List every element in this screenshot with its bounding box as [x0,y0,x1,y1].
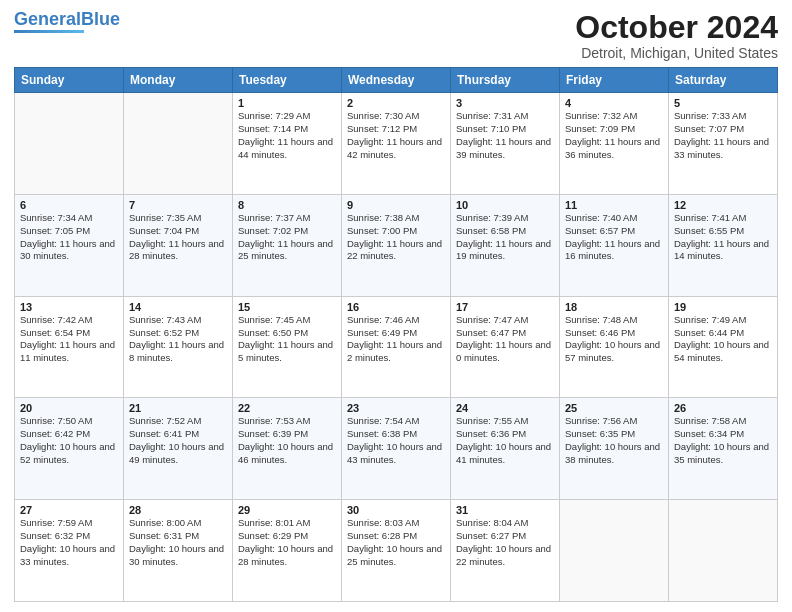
day-number: 20 [20,402,118,414]
day-number: 31 [456,504,554,516]
day-number: 1 [238,97,336,109]
day-number: 16 [347,301,445,313]
calendar-week-5: 27Sunrise: 7:59 AMSunset: 6:32 PMDayligh… [15,500,778,602]
cell-text: Sunrise: 8:00 AMSunset: 6:31 PMDaylight:… [129,517,227,568]
calendar-week-1: 1Sunrise: 7:29 AMSunset: 7:14 PMDaylight… [15,93,778,195]
table-row: 5Sunrise: 7:33 AMSunset: 7:07 PMDaylight… [669,93,778,195]
cell-text: Sunrise: 7:33 AMSunset: 7:07 PMDaylight:… [674,110,772,161]
header: GeneralBlue October 2024 Detroit, Michig… [14,10,778,61]
cell-text: Sunrise: 7:59 AMSunset: 6:32 PMDaylight:… [20,517,118,568]
day-number: 23 [347,402,445,414]
cell-text: Sunrise: 7:34 AMSunset: 7:05 PMDaylight:… [20,212,118,263]
calendar-week-4: 20Sunrise: 7:50 AMSunset: 6:42 PMDayligh… [15,398,778,500]
day-number: 28 [129,504,227,516]
cell-text: Sunrise: 8:03 AMSunset: 6:28 PMDaylight:… [347,517,445,568]
day-number: 19 [674,301,772,313]
cell-text: Sunrise: 7:40 AMSunset: 6:57 PMDaylight:… [565,212,663,263]
cell-text: Sunrise: 7:48 AMSunset: 6:46 PMDaylight:… [565,314,663,365]
day-number: 27 [20,504,118,516]
logo-blue: Blue [81,9,120,29]
cell-text: Sunrise: 7:53 AMSunset: 6:39 PMDaylight:… [238,415,336,466]
day-number: 3 [456,97,554,109]
table-row: 10Sunrise: 7:39 AMSunset: 6:58 PMDayligh… [451,194,560,296]
header-wednesday: Wednesday [342,68,451,93]
cell-text: Sunrise: 7:29 AMSunset: 7:14 PMDaylight:… [238,110,336,161]
table-row [124,93,233,195]
day-number: 10 [456,199,554,211]
table-row: 11Sunrise: 7:40 AMSunset: 6:57 PMDayligh… [560,194,669,296]
day-number: 7 [129,199,227,211]
day-number: 17 [456,301,554,313]
cell-text: Sunrise: 7:56 AMSunset: 6:35 PMDaylight:… [565,415,663,466]
cell-text: Sunrise: 7:54 AMSunset: 6:38 PMDaylight:… [347,415,445,466]
logo-text: GeneralBlue [14,10,120,28]
cell-text: Sunrise: 7:30 AMSunset: 7:12 PMDaylight:… [347,110,445,161]
header-sunday: Sunday [15,68,124,93]
table-row [560,500,669,602]
table-row: 19Sunrise: 7:49 AMSunset: 6:44 PMDayligh… [669,296,778,398]
cell-text: Sunrise: 7:52 AMSunset: 6:41 PMDaylight:… [129,415,227,466]
day-number: 9 [347,199,445,211]
table-row: 23Sunrise: 7:54 AMSunset: 6:38 PMDayligh… [342,398,451,500]
table-row: 29Sunrise: 8:01 AMSunset: 6:29 PMDayligh… [233,500,342,602]
cell-text: Sunrise: 7:38 AMSunset: 7:00 PMDaylight:… [347,212,445,263]
table-row: 13Sunrise: 7:42 AMSunset: 6:54 PMDayligh… [15,296,124,398]
day-number: 18 [565,301,663,313]
cell-text: Sunrise: 7:32 AMSunset: 7:09 PMDaylight:… [565,110,663,161]
day-number: 5 [674,97,772,109]
day-number: 30 [347,504,445,516]
calendar-week-2: 6Sunrise: 7:34 AMSunset: 7:05 PMDaylight… [15,194,778,296]
day-number: 12 [674,199,772,211]
cell-text: Sunrise: 7:42 AMSunset: 6:54 PMDaylight:… [20,314,118,365]
cell-text: Sunrise: 7:46 AMSunset: 6:49 PMDaylight:… [347,314,445,365]
table-row: 8Sunrise: 7:37 AMSunset: 7:02 PMDaylight… [233,194,342,296]
header-monday: Monday [124,68,233,93]
table-row: 2Sunrise: 7:30 AMSunset: 7:12 PMDaylight… [342,93,451,195]
day-number: 2 [347,97,445,109]
header-friday: Friday [560,68,669,93]
day-number: 26 [674,402,772,414]
cell-text: Sunrise: 8:04 AMSunset: 6:27 PMDaylight:… [456,517,554,568]
table-row: 6Sunrise: 7:34 AMSunset: 7:05 PMDaylight… [15,194,124,296]
day-number: 21 [129,402,227,414]
table-row: 22Sunrise: 7:53 AMSunset: 6:39 PMDayligh… [233,398,342,500]
day-number: 24 [456,402,554,414]
logo-general: General [14,9,81,29]
table-row: 27Sunrise: 7:59 AMSunset: 6:32 PMDayligh… [15,500,124,602]
cell-text: Sunrise: 7:37 AMSunset: 7:02 PMDaylight:… [238,212,336,263]
day-number: 29 [238,504,336,516]
cell-text: Sunrise: 7:47 AMSunset: 6:47 PMDaylight:… [456,314,554,365]
table-row: 7Sunrise: 7:35 AMSunset: 7:04 PMDaylight… [124,194,233,296]
cell-text: Sunrise: 7:58 AMSunset: 6:34 PMDaylight:… [674,415,772,466]
table-row: 17Sunrise: 7:47 AMSunset: 6:47 PMDayligh… [451,296,560,398]
table-row: 1Sunrise: 7:29 AMSunset: 7:14 PMDaylight… [233,93,342,195]
table-row: 12Sunrise: 7:41 AMSunset: 6:55 PMDayligh… [669,194,778,296]
day-number: 13 [20,301,118,313]
logo: GeneralBlue [14,10,120,33]
table-row: 30Sunrise: 8:03 AMSunset: 6:28 PMDayligh… [342,500,451,602]
cell-text: Sunrise: 7:35 AMSunset: 7:04 PMDaylight:… [129,212,227,263]
table-row: 24Sunrise: 7:55 AMSunset: 6:36 PMDayligh… [451,398,560,500]
table-row: 9Sunrise: 7:38 AMSunset: 7:00 PMDaylight… [342,194,451,296]
table-row: 25Sunrise: 7:56 AMSunset: 6:35 PMDayligh… [560,398,669,500]
cell-text: Sunrise: 7:41 AMSunset: 6:55 PMDaylight:… [674,212,772,263]
cell-text: Sunrise: 7:31 AMSunset: 7:10 PMDaylight:… [456,110,554,161]
main-title: October 2024 [575,10,778,45]
table-row: 15Sunrise: 7:45 AMSunset: 6:50 PMDayligh… [233,296,342,398]
table-row: 28Sunrise: 8:00 AMSunset: 6:31 PMDayligh… [124,500,233,602]
table-row: 14Sunrise: 7:43 AMSunset: 6:52 PMDayligh… [124,296,233,398]
calendar-week-3: 13Sunrise: 7:42 AMSunset: 6:54 PMDayligh… [15,296,778,398]
cell-text: Sunrise: 8:01 AMSunset: 6:29 PMDaylight:… [238,517,336,568]
day-number: 14 [129,301,227,313]
table-row: 16Sunrise: 7:46 AMSunset: 6:49 PMDayligh… [342,296,451,398]
header-thursday: Thursday [451,68,560,93]
cell-text: Sunrise: 7:50 AMSunset: 6:42 PMDaylight:… [20,415,118,466]
table-row: 21Sunrise: 7:52 AMSunset: 6:41 PMDayligh… [124,398,233,500]
day-number: 15 [238,301,336,313]
table-row [15,93,124,195]
day-number: 25 [565,402,663,414]
calendar: Sunday Monday Tuesday Wednesday Thursday… [14,67,778,602]
table-row: 18Sunrise: 7:48 AMSunset: 6:46 PMDayligh… [560,296,669,398]
day-number: 6 [20,199,118,211]
day-number: 22 [238,402,336,414]
